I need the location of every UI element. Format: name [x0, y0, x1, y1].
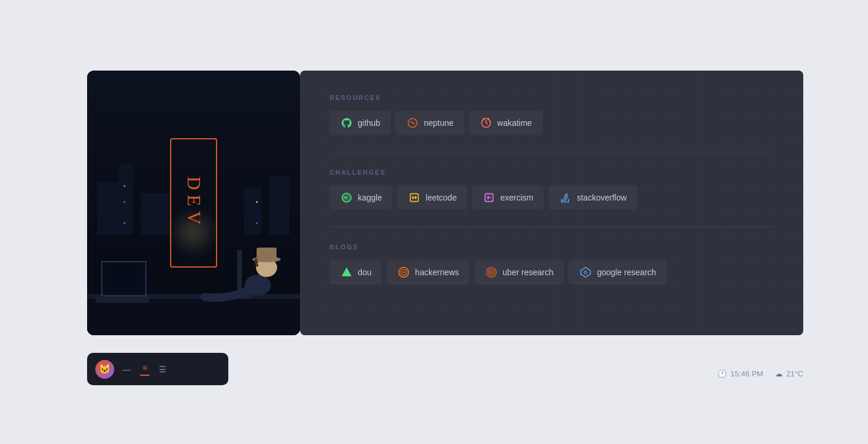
svg-point-21	[403, 271, 405, 273]
dou-label: dou	[358, 268, 371, 277]
svg-rect-4	[105, 265, 143, 291]
clock-status: 🕐 15:46 PM	[717, 369, 763, 378]
avatar: 🐱	[95, 360, 114, 379]
weather-status: ☁ 21°C	[775, 369, 803, 378]
uber-research-label: uber research	[503, 268, 553, 277]
challenges-title: CHALLENGES	[330, 169, 774, 176]
bottom-nav: — ≡ ☰	[122, 363, 167, 376]
nav-icon-3: ☰	[159, 365, 167, 374]
exercism-label: exercism	[500, 193, 533, 202]
blogs-title: BLOGS	[330, 243, 774, 251]
challenges-items: kaggle leetcode	[330, 185, 774, 210]
leetcode-label: leetcode	[425, 193, 457, 202]
hackernews-icon	[397, 266, 410, 279]
temperature: 21°C	[786, 369, 803, 378]
main-container: DEV	[0, 0, 868, 444]
dou-button[interactable]: dou	[330, 260, 382, 285]
wakatime-button[interactable]: wakatime	[469, 111, 543, 135]
stackoverflow-label: stackoverflow	[577, 193, 627, 202]
google-research-icon: G	[579, 266, 592, 279]
resources-items: github neptune	[330, 111, 774, 135]
resources-section: RESOURCES github	[330, 94, 774, 135]
clock-time: 15:46 PM	[730, 369, 763, 378]
svg-text:G: G	[584, 269, 587, 275]
nav-icon-1: —	[122, 365, 131, 374]
status-bar: 🕐 15:46 PM ☁ 21°C	[717, 369, 803, 378]
left-panel: DEV	[87, 71, 300, 335]
hackernews-label: hackernews	[415, 268, 459, 277]
neptune-label: neptune	[424, 118, 454, 128]
dev-card: DEV	[170, 138, 217, 268]
right-panel: RESOURCES github	[300, 71, 803, 335]
blogs-section: BLOGS dou	[330, 243, 774, 285]
stackoverflow-icon	[559, 191, 572, 204]
wakatime-label: wakatime	[497, 118, 532, 128]
left-panel-bg: DEV	[87, 71, 300, 335]
resources-title: RESOURCES	[330, 94, 774, 101]
dev-title: DEV	[183, 176, 205, 229]
blogs-items: dou hackernews	[330, 260, 774, 285]
google-research-label: google research	[597, 268, 656, 277]
kaggle-button[interactable]: kaggle	[330, 185, 393, 210]
divider-2	[330, 226, 774, 227]
stackoverflow-button[interactable]: stackoverflow	[548, 185, 637, 210]
dou-icon	[340, 266, 353, 279]
kaggle-label: kaggle	[358, 193, 382, 202]
nav-item-2[interactable]: ≡	[140, 363, 149, 376]
neptune-button[interactable]: neptune	[395, 111, 464, 135]
neptune-icon	[406, 116, 419, 129]
uber-research-icon	[485, 266, 498, 279]
svg-rect-13	[257, 248, 277, 261]
svg-rect-7	[96, 297, 149, 303]
hackernews-button[interactable]: hackernews	[387, 260, 470, 285]
nav-item-1[interactable]: —	[122, 365, 131, 374]
exercism-button[interactable]: exercism	[472, 185, 544, 210]
kaggle-icon	[340, 191, 353, 204]
leetcode-button[interactable]: leetcode	[397, 185, 467, 210]
svg-marker-18	[342, 268, 352, 276]
nav-icon-2: ≡	[142, 363, 147, 372]
uber-research-button[interactable]: uber research	[474, 260, 564, 285]
google-research-button[interactable]: G google research	[568, 260, 666, 285]
github-label: github	[358, 118, 380, 128]
nav-item-3[interactable]: ☰	[159, 365, 167, 374]
divider-1	[330, 152, 774, 152]
github-icon	[340, 116, 353, 129]
nav-active-indicator	[140, 375, 149, 376]
github-button[interactable]: github	[330, 111, 391, 135]
cloud-icon: ☁	[775, 369, 783, 378]
exercism-icon	[483, 191, 495, 204]
wakatime-icon	[480, 116, 493, 129]
challenges-section: CHALLENGES kaggle	[330, 169, 774, 210]
leetcode-icon	[408, 191, 421, 204]
bottom-bar: 🐱 — ≡ ☰	[87, 353, 228, 385]
clock-icon: 🕐	[717, 369, 727, 378]
